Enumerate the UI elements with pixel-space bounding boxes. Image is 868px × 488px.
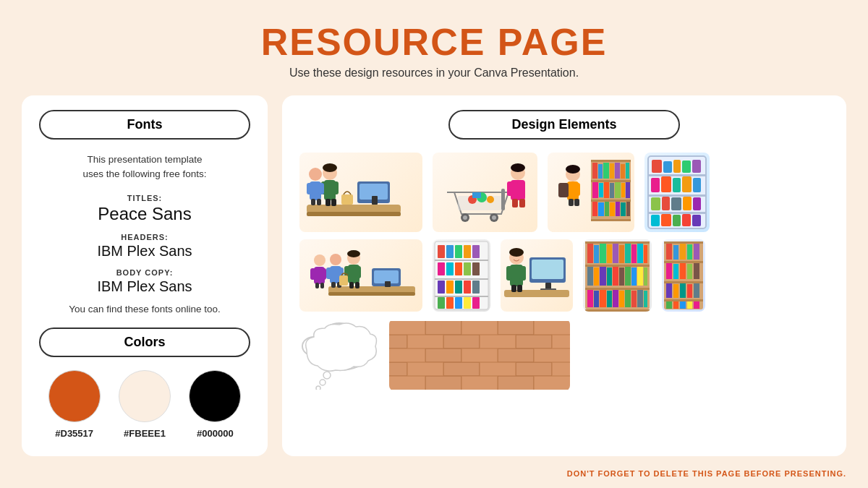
svg-rect-1 (307, 212, 401, 216)
svg-rect-182 (600, 290, 606, 307)
svg-rect-135 (455, 281, 462, 294)
svg-rect-44 (610, 163, 614, 179)
svg-rect-10 (331, 199, 336, 206)
svg-rect-261 (534, 348, 570, 362)
svg-rect-152 (511, 285, 516, 292)
svg-rect-79 (651, 178, 660, 192)
svg-rect-207 (680, 283, 686, 298)
svg-rect-150 (506, 266, 512, 281)
svg-rect-266 (461, 376, 498, 390)
svg-rect-139 (446, 297, 454, 309)
svg-rect-193 (664, 281, 703, 283)
svg-rect-162 (600, 244, 606, 263)
svg-rect-196 (673, 245, 678, 260)
svg-rect-124 (446, 245, 454, 258)
svg-rect-164 (613, 244, 618, 263)
font-entry-headers: HEADERS: IBM Plex Sans (39, 233, 250, 260)
svg-rect-201 (673, 264, 678, 279)
svg-rect-184 (613, 290, 618, 307)
svg-rect-48 (592, 182, 598, 198)
svg-rect-46 (621, 164, 625, 179)
right-panel: Design Elements (282, 95, 846, 456)
page-header: RESOURCE PAGE Use these design resources… (0, 0, 868, 85)
svg-rect-209 (694, 283, 699, 298)
svg-rect-178 (637, 267, 643, 286)
svg-rect-175 (619, 267, 624, 286)
svg-rect-92 (682, 214, 691, 226)
svg-rect-265 (389, 376, 425, 390)
svg-rect-197 (680, 244, 686, 260)
svg-rect-71 (648, 174, 706, 176)
svg-rect-41 (592, 163, 597, 179)
svg-rect-86 (671, 197, 681, 210)
design-elements-header: Design Elements (448, 110, 680, 140)
svg-point-225 (316, 386, 320, 390)
svg-rect-33 (512, 199, 518, 207)
svg-rect-172 (600, 267, 606, 286)
svg-rect-264 (552, 362, 570, 376)
svg-rect-177 (631, 267, 637, 286)
svg-rect-194 (664, 299, 703, 301)
svg-rect-136 (464, 281, 471, 294)
svg-rect-263 (480, 362, 516, 376)
color-circle-black (189, 370, 241, 422)
svg-rect-206 (673, 284, 678, 298)
svg-rect-213 (687, 301, 692, 309)
left-panel: Fonts This presentation templateuses the… (22, 95, 268, 456)
svg-rect-50 (604, 182, 609, 198)
svg-rect-205 (666, 283, 672, 298)
svg-rect-262 (407, 362, 443, 376)
svg-rect-258 (552, 335, 570, 348)
svg-rect-132 (472, 262, 480, 275)
svg-rect-102 (355, 266, 361, 278)
shopping-cart-scene (433, 153, 537, 232)
svg-rect-51 (610, 183, 614, 198)
svg-rect-52 (615, 182, 621, 198)
svg-rect-126 (464, 245, 471, 258)
svg-rect-140 (455, 297, 462, 309)
svg-rect-210 (666, 301, 672, 309)
svg-rect-167 (631, 244, 637, 263)
svg-rect-115 (321, 268, 326, 280)
svg-rect-168 (637, 244, 643, 263)
svg-rect-110 (331, 282, 336, 288)
floor-texture (389, 319, 570, 391)
svg-rect-122 (435, 296, 488, 297)
svg-rect-159 (585, 309, 650, 312)
color-circle-cream (119, 370, 171, 422)
svg-rect-85 (662, 197, 670, 210)
bookshelf-person (548, 153, 634, 232)
color-hex-black: #000000 (197, 428, 234, 439)
svg-rect-18 (341, 194, 353, 205)
svg-rect-121 (435, 278, 488, 280)
svg-point-112 (314, 254, 326, 266)
svg-rect-72 (648, 194, 706, 197)
svg-rect-181 (594, 291, 599, 307)
svg-rect-66 (569, 199, 574, 206)
color-swatches: #D35517 #FBEEE1 #000000 (39, 370, 250, 439)
svg-rect-65 (574, 183, 580, 196)
svg-rect-153 (517, 285, 522, 292)
svg-rect-9 (326, 199, 331, 206)
svg-rect-187 (631, 291, 637, 307)
svg-rect-80 (661, 176, 671, 192)
svg-rect-40 (591, 219, 631, 221)
svg-rect-88 (693, 197, 701, 210)
svg-rect-254 (461, 321, 498, 335)
svg-rect-117 (320, 283, 324, 288)
svg-rect-8 (333, 181, 339, 194)
svg-point-12 (309, 168, 322, 181)
svg-rect-81 (673, 178, 681, 192)
svg-rect-166 (625, 244, 631, 263)
svg-rect-260 (461, 348, 498, 362)
svg-rect-142 (472, 297, 480, 309)
svg-rect-208 (687, 284, 692, 298)
svg-rect-203 (687, 264, 692, 279)
svg-rect-60 (621, 202, 626, 216)
svg-rect-104 (355, 282, 359, 288)
font-name-titles: Peace Sans (39, 204, 250, 224)
svg-rect-199 (694, 244, 699, 260)
checkout-scene-2 (299, 239, 422, 312)
svg-rect-128 (438, 262, 445, 275)
svg-rect-195 (666, 244, 672, 260)
